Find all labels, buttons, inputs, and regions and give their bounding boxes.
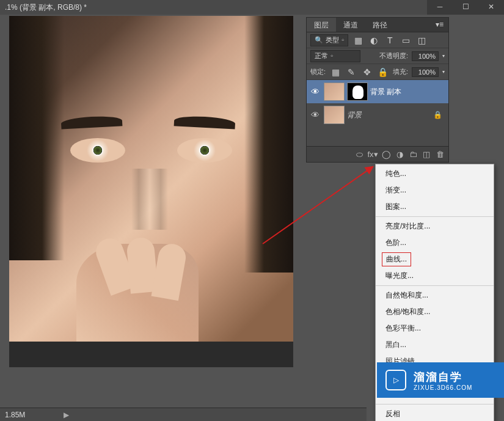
link-icon[interactable]: ⬭ [353,148,365,161]
document-title: .1% (背景 副本, RGB/8) * [5,2,87,13]
new-layer-icon[interactable]: ◫ [420,148,433,161]
panel-footer: ⬭ fx▾ ◯ ◑ 🗀 ◫ 🗑 [307,146,448,162]
layer-row[interactable]: 👁 背景 副本 [307,80,448,103]
menu-solid-color[interactable]: 纯色... [376,166,494,182]
layers-panel: 图层 通道 路径 ▾≡ 🔍 类型 ÷ ▦ ◐ T ▭ ◫ 正常 ÷ 不透明度: … [306,17,449,163]
layer-thumbnail[interactable] [324,82,345,101]
watermark-title: 溜溜自学 [414,370,472,384]
tab-paths[interactable]: 路径 [365,18,395,32]
lock-icon: 🔒 [433,111,446,119]
mask-thumbnail[interactable] [347,82,368,101]
fill-label: 填充: [393,67,408,76]
play-icon: ▷ [385,370,406,390]
zoom-value[interactable]: 1.85M [5,411,25,419]
visibility-icon[interactable]: 👁 [309,110,321,120]
opacity-label: 不透明度: [379,51,408,60]
watermark-url: ZIXUE.3D66.COM [414,384,472,391]
maximize-button[interactable]: ☐ [453,0,478,15]
filter-image-icon[interactable]: ▦ [352,34,364,46]
mask-icon[interactable]: ◯ [380,148,392,161]
menu-curves[interactable]: 曲线... [382,252,411,266]
menu-brightness[interactable]: 亮度/对比度... [376,218,494,235]
fill-value[interactable]: 100% [412,67,439,77]
tab-layers[interactable]: 图层 [307,18,336,32]
chevron-down-icon: ÷ [341,37,344,43]
menu-separator [376,404,494,405]
document-titlebar: .1% (背景 副本, RGB/8) * ─ ☐ ✕ [0,0,504,15]
menu-invert[interactable]: 反相 [376,406,494,421]
layer-thumbnail[interactable] [324,106,345,124]
lock-position-icon[interactable]: ✥ [361,66,373,78]
filter-shape-icon[interactable]: ▭ [400,34,412,46]
photo-content [9,16,293,342]
panel-tabs: 图层 通道 路径 ▾≡ [307,18,448,32]
window-controls: ─ ☐ ✕ [427,0,504,15]
scroll-right-icon[interactable]: ▶ [62,411,70,419]
menu-exposure[interactable]: 曝光度... [376,268,494,284]
menu-separator [376,285,494,286]
menu-color-balance[interactable]: 色彩平衡... [376,320,494,337]
filter-smart-icon[interactable]: ◫ [415,34,428,46]
menu-hue[interactable]: 色相/饱和度... [376,304,494,320]
fx-icon[interactable]: fx▾ [367,148,379,161]
filter-adjustment-icon[interactable]: ◐ [368,34,380,46]
chevron-icon[interactable]: ▾ [442,69,445,75]
chevron-down-icon: ÷ [331,53,333,59]
visibility-icon[interactable]: 👁 [309,87,321,97]
minimize-button[interactable]: ─ [427,0,453,15]
lock-pixel-icon[interactable]: ✎ [345,66,357,78]
menu-black-white[interactable]: 黑白... [376,337,494,353]
lock-row: 锁定: ▦ ✎ ✥ 🔒 填充: 100% ▾ [307,64,448,80]
lock-transparent-icon[interactable]: ▦ [329,66,341,78]
panel-menu-button[interactable]: ▾≡ [431,18,448,32]
menu-separator [376,216,494,217]
opacity-value[interactable]: 100% [412,51,439,61]
layer-row[interactable]: 👁 背景 🔒 [307,103,448,126]
layer-name[interactable]: 背景 副本 [370,87,446,97]
layer-name[interactable]: 背景 [347,110,431,120]
menu-levels[interactable]: 色阶... [376,235,494,251]
close-button[interactable]: ✕ [478,0,504,15]
filter-row: 🔍 类型 ÷ ▦ ◐ T ▭ ◫ [307,32,448,48]
watermark: ▷ 溜溜自学 ZIXUE.3D66.COM [377,362,504,398]
menu-gradient[interactable]: 渐变... [376,182,494,199]
layers-list: 👁 背景 副本 👁 背景 🔒 [307,80,448,146]
filter-type-dropdown[interactable]: 🔍 类型 ÷ [310,34,348,46]
lock-all-icon[interactable]: 🔒 [377,66,389,78]
filter-type-icon[interactable]: T [384,34,396,46]
chevron-icon[interactable]: ▾ [442,53,445,59]
status-bar: 1.85M ▶ [0,408,367,421]
search-icon: 🔍 [315,36,323,44]
adjustment-icon[interactable]: ◑ [393,148,406,161]
blend-mode-dropdown[interactable]: 正常 ÷ [310,50,360,62]
canvas[interactable] [9,16,293,367]
lock-label: 锁定: [310,67,326,76]
blend-row: 正常 ÷ 不透明度: 100% ▾ [307,48,448,64]
menu-pattern[interactable]: 图案... [376,199,494,215]
menu-vibrance[interactable]: 自然饱和度... [376,287,494,304]
tab-channels[interactable]: 通道 [336,18,365,32]
trash-icon[interactable]: 🗑 [434,148,446,161]
group-icon[interactable]: 🗀 [407,148,419,161]
